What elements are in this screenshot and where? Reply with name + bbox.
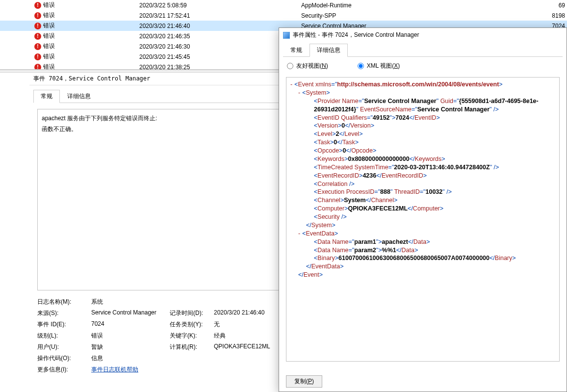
log-name-label: 日志名称(M): (37, 298, 91, 306)
copy-button[interactable]: 复制(P) (286, 375, 322, 388)
dialog-tab-general[interactable]: 常规 (283, 44, 309, 57)
error-icon: ! (34, 2, 41, 9)
dialog-tab-details[interactable]: 详细信息 (309, 44, 348, 57)
dialog-tabs: 常规 详细信息 (283, 43, 563, 57)
event-row[interactable]: !错误2020/3/22 5:08:59AppModel-Runtime69 (0, 0, 567, 10)
error-icon: ! (34, 12, 41, 19)
tab-general[interactable]: 常规 (33, 90, 60, 103)
dialog-title-text: 事件属性 - 事件 7024，Service Control Manager (293, 31, 419, 39)
online-help-link[interactable]: 事件日志联机帮助 (91, 366, 138, 373)
computer-label: 计算机(R): (170, 343, 214, 351)
log-name-value: 系统 (91, 298, 170, 306)
opcode-value: 信息 (91, 354, 170, 363)
error-icon: ! (34, 23, 41, 29)
eventid-label: 事件 ID(E): (37, 320, 91, 329)
keywords-label: 关键字(K): (170, 332, 214, 340)
collapse-icon[interactable]: - (298, 89, 302, 96)
logged-label: 记录时间(D): (170, 309, 214, 317)
error-icon: ! (34, 43, 41, 50)
user-value: 暂缺 (91, 343, 170, 351)
collapse-icon[interactable]: - (298, 230, 302, 237)
radio-friendly-view[interactable]: 友好视图(N) (287, 62, 328, 70)
event-row[interactable]: !错误2020/3/21 17:52:41Security-SPP8198 (0, 10, 567, 21)
level-label: 级别(L): (37, 332, 91, 340)
level-value: 错误 (91, 332, 170, 340)
radio-xml-input[interactable] (358, 63, 364, 69)
error-icon: ! (34, 33, 41, 40)
view-mode-radios: 友好视图(N) XML 视图(X) (279, 57, 567, 75)
radio-xml-view[interactable]: XML 视图(X) (358, 62, 400, 70)
dialog-icon (283, 32, 290, 39)
error-icon: ! (34, 53, 41, 60)
eventid-value: 7024 (91, 320, 170, 329)
moreinfo-label: 更多信息(I): (37, 366, 91, 374)
task-label: 任务类别(Y): (170, 320, 214, 329)
source-value: Service Control Manager (91, 309, 170, 317)
event-properties-dialog: 事件属性 - 事件 7024，Service Control Manager 常… (279, 27, 567, 392)
user-label: 用户(U): (37, 343, 91, 351)
xml-view[interactable]: -<Event xmlns="http://schemas.microsoft.… (286, 77, 560, 362)
opcode-label: 操作代码(O): (37, 354, 91, 363)
tab-details[interactable]: 详细信息 (60, 90, 98, 103)
error-icon: ! (34, 64, 41, 70)
source-label: 来源(S): (37, 309, 91, 317)
radio-friendly-input[interactable] (287, 63, 293, 69)
collapse-icon[interactable]: - (290, 81, 294, 88)
dialog-titlebar[interactable]: 事件属性 - 事件 7024，Service Control Manager (279, 28, 567, 42)
